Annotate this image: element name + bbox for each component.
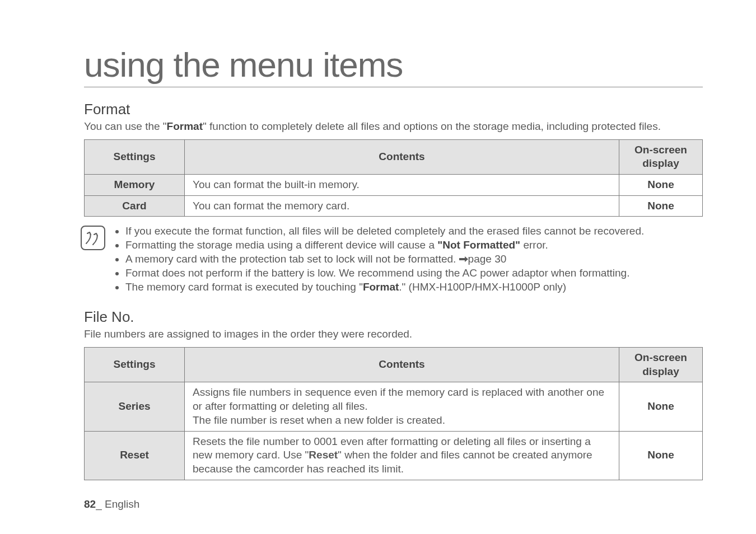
table-row: Settings Contents On-screen display (85, 139, 703, 174)
format-table: Settings Contents On-screen display Memo… (84, 139, 703, 217)
note-item: If you execute the format function, all … (125, 224, 644, 238)
section-heading-format: Format (84, 101, 703, 118)
arrow-icon (459, 252, 468, 266)
note-list: If you execute the format function, all … (113, 224, 644, 294)
row-content-card: You can format the memory card. (185, 195, 619, 217)
note-item: Format does not perform if the battery i… (125, 266, 644, 280)
row-display-memory: None (619, 175, 703, 196)
note-text: A memory card with the protection tab se… (125, 253, 459, 265)
footer-sep: _ (96, 498, 105, 510)
note-item: Formatting the storage media using a dif… (125, 238, 644, 252)
note-icon (81, 226, 105, 250)
page-title-wrap: using the menu items (84, 45, 703, 87)
table-row: Series Assigns file numbers in sequence … (85, 382, 703, 431)
page-title: using the menu items (84, 45, 703, 87)
note-text: ." (HMX-H100P/HMX-H1000P only) (399, 281, 566, 293)
th-display: On-screen display (619, 139, 703, 174)
note-block: If you execute the format function, all … (81, 224, 703, 294)
note-bold: "Not Formatted" (437, 239, 520, 251)
row-display-reset: None (619, 431, 703, 480)
page-footer: 82_ English (84, 498, 139, 510)
reset-bold: Reset (309, 449, 338, 461)
note-text: Formatting the storage media using a dif… (125, 239, 437, 251)
row-content-memory: You can format the built-in memory. (185, 175, 619, 196)
table-row: Card You can format the memory card. Non… (85, 195, 703, 217)
fileno-table: Settings Contents On-screen display Seri… (84, 347, 703, 480)
format-intro-bold: Format (167, 120, 203, 132)
note-item: A memory card with the protection tab se… (125, 252, 644, 266)
row-content-reset: Resets the file number to 0001 even afte… (185, 431, 619, 480)
row-label-memory: Memory (85, 175, 185, 196)
row-label-card: Card (85, 195, 185, 217)
format-intro-post: " function to completely delete all file… (203, 120, 661, 132)
page-number: 82 (84, 498, 96, 510)
th-settings: Settings (85, 139, 185, 174)
fileno-intro: File numbers are assigned to images in t… (84, 327, 703, 341)
th-display: On-screen display (619, 348, 703, 382)
format-intro: You can use the "Format" function to com… (84, 119, 703, 134)
row-content-series: Assigns file numbers in sequence even if… (185, 382, 619, 431)
note-item: The memory card format is executed by to… (125, 280, 644, 294)
note-text: The memory card format is executed by to… (125, 281, 363, 293)
th-settings: Settings (85, 348, 185, 382)
section-heading-fileno: File No. (84, 308, 703, 326)
note-text: error. (520, 239, 548, 251)
th-contents: Contents (185, 348, 619, 382)
row-label-series: Series (85, 382, 185, 431)
th-contents: Contents (185, 139, 619, 174)
table-row: Reset Resets the file number to 0001 eve… (85, 431, 703, 480)
note-text: page 30 (468, 253, 507, 265)
row-label-reset: Reset (85, 431, 185, 480)
row-display-series: None (619, 382, 703, 431)
row-display-card: None (619, 195, 703, 217)
format-intro-pre: You can use the " (84, 120, 167, 132)
note-bold: Format (363, 281, 399, 293)
table-row: Settings Contents On-screen display (85, 348, 703, 382)
table-row: Memory You can format the built-in memor… (85, 175, 703, 196)
footer-lang: English (105, 498, 139, 510)
